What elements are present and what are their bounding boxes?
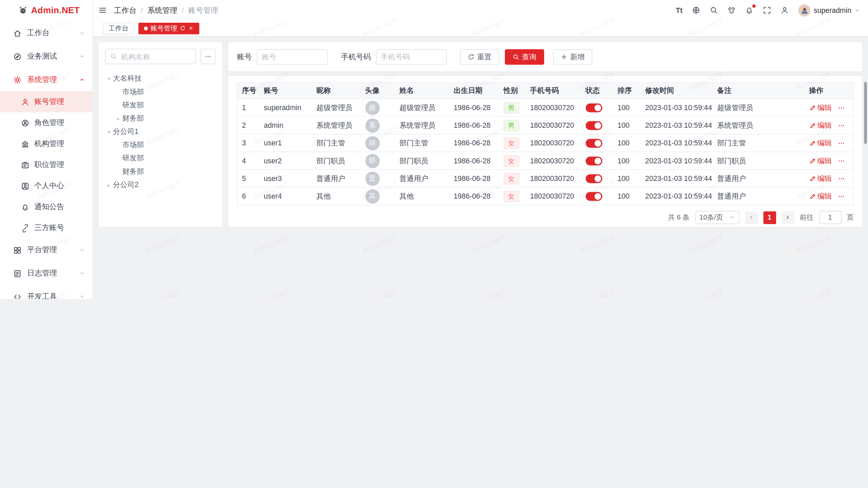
user-icon[interactable] (781, 6, 789, 14)
more-options-button[interactable] (200, 49, 216, 64)
tags-view-bar: 工作台 账号管理 (93, 20, 868, 36)
user-menu[interactable]: superadmin (798, 4, 860, 16)
sidebar-item-position-management[interactable]: 职位管理 (0, 155, 93, 176)
accounts-table-panel: 序号 账号 昵称 头像 姓名 出生日期 性别 手机号码 状态 排序 (228, 76, 863, 227)
tree-node[interactable]: 研发部 (105, 151, 216, 165)
caret-down-icon[interactable]: ▾ (105, 129, 113, 135)
more-actions-icon[interactable] (838, 175, 845, 182)
breadcrumb-item[interactable]: 工作台 (114, 5, 136, 15)
status-toggle[interactable] (586, 157, 602, 165)
search-icon[interactable] (710, 6, 718, 14)
sidebar-item-label: 通知公告 (34, 202, 64, 212)
hamburger-menu-icon[interactable] (99, 6, 107, 14)
col-avatar: 头像 (361, 83, 395, 99)
scrollbar-thumb[interactable] (864, 82, 867, 144)
org-search-field[interactable] (105, 49, 196, 64)
sidebar-item-account-management[interactable]: 账号管理 (0, 91, 93, 112)
more-actions-icon[interactable] (838, 193, 845, 200)
edit-button[interactable]: 编辑 (809, 120, 832, 130)
reset-button[interactable]: 重置 (460, 49, 499, 64)
tab-workbench[interactable]: 工作台 (103, 22, 134, 34)
next-page-button[interactable] (781, 211, 794, 224)
org-search-input[interactable] (120, 52, 191, 61)
total-count: 共 6 条 (668, 213, 690, 222)
edit-button[interactable]: 编辑 (809, 156, 832, 166)
tree-node-label: 分公司1 (113, 127, 138, 137)
status-toggle[interactable] (586, 174, 602, 183)
tree-node[interactable]: ▾大名科技 (105, 72, 216, 85)
breadcrumb-item[interactable]: 系统管理 (147, 5, 177, 15)
edit-button[interactable]: 编辑 (809, 191, 832, 201)
add-button[interactable]: 新增 (553, 49, 592, 64)
sidebar-item-business-test[interactable]: 业务测试 (0, 45, 93, 68)
sidebar-item-system-management[interactable]: 系统管理 (0, 68, 93, 92)
tree-node[interactable]: 财务部 (105, 165, 216, 178)
refresh-icon[interactable] (180, 25, 185, 31)
edit-button[interactable]: 编辑 (809, 103, 832, 113)
more-actions-icon[interactable] (838, 140, 845, 146)
page-number-current[interactable]: 1 (763, 211, 776, 224)
edit-button[interactable]: 编辑 (809, 138, 832, 148)
globe-icon[interactable] (692, 6, 700, 14)
phone-input[interactable] (376, 49, 447, 64)
tree-node[interactable]: 市场部 (105, 138, 216, 151)
col-no: 序号 (237, 83, 259, 99)
col-nickname: 昵称 (312, 83, 361, 99)
org-tree-panel: ▾大名科技 市场部 研发部 ▸财务部 ▾分公司1 市场部 研发部 财务部 ▸分公… (99, 42, 223, 227)
tree-node-label: 研发部 (122, 153, 144, 163)
theme-icon[interactable] (727, 6, 735, 14)
tree-node[interactable]: ▸分公司2 (105, 178, 216, 191)
more-actions-icon[interactable] (838, 122, 845, 129)
page-size-select[interactable]: 10条/页 (695, 211, 739, 224)
status-toggle[interactable] (586, 192, 602, 201)
tree-node-label: 财务部 (122, 166, 144, 176)
fullscreen-icon[interactable] (763, 6, 771, 14)
account-input[interactable] (257, 49, 328, 64)
search-button[interactable]: 查询 (505, 49, 544, 64)
col-remark: 备注 (713, 83, 805, 99)
col-phone: 手机号码 (526, 83, 581, 99)
log-icon (13, 269, 21, 277)
more-actions-icon[interactable] (838, 157, 845, 164)
sidebar-item-label: 平台管理 (27, 245, 57, 255)
more-actions-icon[interactable] (838, 104, 845, 111)
status-toggle[interactable] (586, 139, 602, 147)
gear-icon (13, 76, 21, 84)
tree-node[interactable]: 市场部 (105, 85, 216, 98)
tree-node[interactable]: ▸财务部 (105, 112, 216, 125)
status-toggle[interactable] (586, 103, 602, 112)
sidebar-item-notice[interactable]: 通知公告 (0, 197, 93, 218)
tree-node[interactable]: ▾分公司1 (105, 125, 216, 138)
sidebar-item-workbench[interactable]: 工作台 (0, 22, 93, 45)
sidebar-item-role-management[interactable]: 角色管理 (0, 112, 93, 133)
status-toggle[interactable] (586, 121, 602, 130)
tab-account-management[interactable]: 账号管理 (138, 22, 199, 34)
sidebar-item-label: 三方账号 (34, 223, 64, 233)
caret-down-icon[interactable]: ▾ (105, 76, 113, 82)
chevron-down-icon (79, 247, 84, 253)
chevron-down-icon (729, 215, 735, 220)
sidebar-item-third-party-account[interactable]: 三方账号 (0, 218, 93, 239)
notification-bell-icon[interactable] (745, 6, 753, 14)
table-row: 1 superadmin 超级管理员 超 超级管理员 1986-06-28 男 … (237, 99, 853, 116)
content-area: ▾大名科技 市场部 研发部 ▸财务部 ▾分公司1 市场部 研发部 财务部 ▸分公… (93, 37, 868, 299)
sidebar-item-log-management[interactable]: 日志管理 (0, 262, 93, 285)
sidebar-item-platform-management[interactable]: 平台管理 (0, 239, 93, 262)
breadcrumb-item-current: 账号管理 (188, 5, 218, 15)
caret-right-icon[interactable]: ▸ (105, 182, 113, 188)
close-icon[interactable] (188, 25, 194, 31)
tab-label: 账号管理 (151, 23, 177, 33)
edit-button[interactable]: 编辑 (809, 174, 832, 183)
goto-page-input[interactable] (819, 211, 841, 224)
sidebar-item-dev-tools[interactable]: 开发工具 (0, 285, 93, 299)
tree-node[interactable]: 研发部 (105, 99, 216, 112)
caret-right-icon[interactable]: ▸ (115, 115, 122, 121)
logo[interactable]: Admin.NET (0, 0, 93, 20)
sidebar-item-personal-center[interactable]: 个人中心 (0, 176, 93, 197)
prev-page-button[interactable] (745, 211, 758, 224)
chevron-down-icon (79, 294, 84, 299)
gender-tag: 女 (504, 155, 519, 166)
sidebar-item-org-management[interactable]: 机构管理 (0, 133, 93, 154)
col-order: 排序 (613, 83, 641, 99)
font-size-icon[interactable]: Tt (676, 6, 683, 14)
